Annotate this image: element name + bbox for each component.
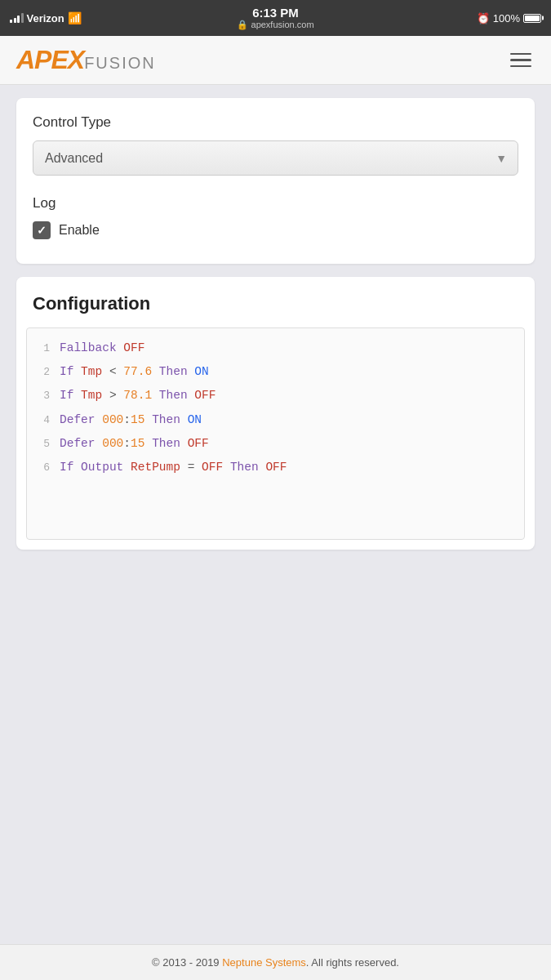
code-line: 3If Tmp > 78.1 Then OFF <box>27 384 524 408</box>
code-token: OFF <box>194 386 216 405</box>
code-line: 6If Output RetPump = OFF Then OFF <box>27 456 524 479</box>
control-type-card: Control Type Advanced Auto Manual Off ▼ … <box>16 98 535 264</box>
code-token <box>180 411 188 430</box>
enable-label: Enable <box>59 223 100 238</box>
code-token: 15 <box>131 434 144 453</box>
code-token <box>180 434 188 453</box>
code-token <box>117 386 124 405</box>
hamburger-line-1 <box>510 53 531 56</box>
status-bar-left: Verizon 📶 <box>10 11 82 24</box>
code-token <box>259 458 266 477</box>
code-token: Tmp <box>81 363 102 381</box>
code-token <box>96 411 103 430</box>
code-token: > <box>109 386 117 405</box>
code-token <box>102 386 109 405</box>
code-token: Defer <box>60 411 96 430</box>
url-label: 🔒 apexfusion.com <box>237 20 313 30</box>
code-token: OFF <box>188 434 209 453</box>
code-token: Then <box>230 458 259 477</box>
logo-apex: APEX <box>16 45 84 74</box>
code-token <box>152 363 159 381</box>
code-token: OFF <box>202 458 223 477</box>
line-number: 4 <box>33 412 50 430</box>
wifi-icon: 📶 <box>68 11 82 24</box>
hamburger-line-2 <box>510 59 531 61</box>
code-block[interactable]: 1Fallback OFF2If Tmp < 77.6 Then ON3If T… <box>26 327 525 540</box>
control-type-label: Control Type <box>33 114 518 131</box>
control-type-select-wrapper: Advanced Auto Manual Off ▼ <box>33 140 518 176</box>
code-token: 78.1 <box>123 386 152 405</box>
code-token <box>194 458 202 477</box>
code-token: Then <box>152 434 180 453</box>
code-token <box>117 339 124 358</box>
code-token <box>152 386 159 405</box>
status-bar-right: ⏰ 100% <box>477 12 541 24</box>
code-token <box>123 458 131 477</box>
enable-checkbox[interactable]: ✓ <box>33 221 51 239</box>
code-token: 000 <box>102 411 123 430</box>
time-label: 6:13 PM <box>237 6 313 20</box>
code-token: If <box>60 386 73 405</box>
hamburger-line-3 <box>510 65 531 68</box>
code-token <box>73 363 81 381</box>
code-token: OFF <box>265 458 287 477</box>
code-token: 000 <box>102 434 123 453</box>
code-token: If <box>60 363 73 381</box>
lock-icon: 🔒 <box>237 20 248 29</box>
footer: © 2013 - 2019 Neptune Systems. All right… <box>0 944 551 980</box>
footer-text-prefix: © 2013 - 2019 <box>152 956 222 969</box>
code-token: If <box>60 458 73 477</box>
code-token <box>117 363 124 381</box>
log-label: Log <box>33 195 518 212</box>
code-token <box>180 458 188 477</box>
code-token: Fallback <box>60 339 117 358</box>
line-number: 5 <box>33 436 50 453</box>
signal-bars-icon <box>10 13 24 23</box>
line-number: 2 <box>33 364 50 381</box>
code-token: Then <box>159 386 188 405</box>
code-token: Output <box>81 458 123 477</box>
app-header: APEXFUSION <box>0 36 551 85</box>
code-line: 2If Tmp < 77.6 Then ON <box>27 360 524 384</box>
hamburger-menu-button[interactable] <box>507 50 535 71</box>
line-number: 6 <box>33 460 50 477</box>
code-token <box>188 386 195 405</box>
code-token: RetPump <box>131 458 180 477</box>
enable-checkbox-row: ✓ Enable <box>33 221 518 239</box>
code-token <box>144 411 152 430</box>
code-token: Then <box>152 411 180 430</box>
configuration-card: Configuration 1Fallback OFF2If Tmp < 77.… <box>16 277 535 550</box>
code-token: < <box>109 363 117 381</box>
status-bar: Verizon 📶 6:13 PM 🔒 apexfusion.com ⏰ 100… <box>0 0 551 36</box>
control-type-select[interactable]: Advanced Auto Manual Off <box>33 140 518 176</box>
code-token: Then <box>159 363 188 381</box>
neptune-systems-link[interactable]: Neptune Systems <box>222 956 306 969</box>
code-token <box>102 363 109 381</box>
battery-icon <box>523 14 541 23</box>
code-token <box>188 363 195 381</box>
code-token: OFF <box>123 339 144 358</box>
line-number: 1 <box>33 341 50 358</box>
code-token <box>144 434 152 453</box>
code-token: 15 <box>131 411 144 430</box>
footer-text-suffix: . All rights reserved. <box>306 956 399 969</box>
alarm-icon: ⏰ <box>477 12 490 24</box>
code-token: 77.6 <box>123 363 152 381</box>
code-token: : <box>123 411 131 430</box>
code-token: Defer <box>60 434 96 453</box>
status-bar-center: 6:13 PM 🔒 apexfusion.com <box>237 6 313 30</box>
code-token: ON <box>188 411 202 430</box>
carrier-label: Verizon <box>27 12 64 24</box>
battery-percent-label: 100% <box>493 12 520 24</box>
code-token: ON <box>194 363 208 381</box>
configuration-title: Configuration <box>16 293 535 327</box>
code-token <box>96 434 103 453</box>
main-content: Control Type Advanced Auto Manual Off ▼ … <box>0 85 551 944</box>
code-token: : <box>123 434 131 453</box>
logo-fusion: FUSION <box>84 54 156 72</box>
checkmark-icon: ✓ <box>37 224 47 237</box>
code-line: 1Fallback OFF <box>27 336 524 360</box>
log-section: Log ✓ Enable <box>33 195 518 239</box>
line-number: 3 <box>33 388 50 405</box>
code-token: = <box>188 458 195 477</box>
